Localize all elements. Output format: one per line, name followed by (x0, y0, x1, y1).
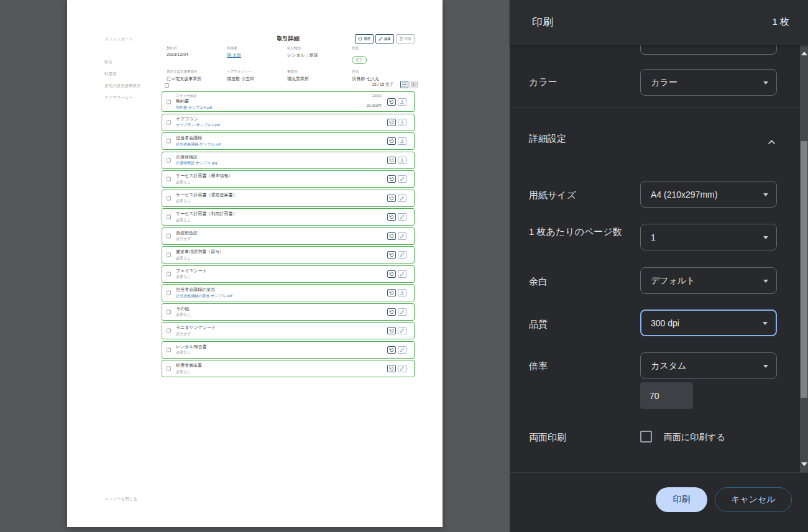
delete-button-label: 削除 (405, 37, 411, 41)
status-badge: 完了 (352, 56, 367, 64)
document-note: 該当せず (176, 237, 414, 241)
document-title: サービス計画書（利用計画書） (176, 211, 414, 216)
document-file-link: 担当者会議録-サンプル.pdf (176, 142, 414, 147)
quality-select[interactable]: 300 dpi (640, 310, 777, 336)
chevron-down-icon (763, 322, 768, 325)
row-main: レンタル報告書必要なし (176, 342, 414, 355)
document-note: 必要なし (176, 218, 414, 222)
sidebar-item: 取引 (104, 59, 141, 65)
history-button-label: 履歴 (364, 37, 370, 41)
sheet-count: 1 枚 (772, 16, 789, 28)
row-actions (387, 327, 406, 334)
preview-toolbar: 履歴 編集 削除 (355, 34, 415, 44)
advanced-settings-label[interactable]: 詳細設定 (529, 133, 566, 145)
transaction-field: 事業所猫丸営業所 (287, 70, 352, 82)
row-actions (387, 346, 406, 354)
row-main: 介護保険証介護保険証-サンプル.jpg (176, 152, 414, 166)
row-actions (387, 213, 406, 221)
document-row: 担当者会議録担当者会議録-サンプル.pdf (162, 132, 415, 150)
row-actions (387, 232, 406, 240)
paper-size-value: A4 (210x297mm) (651, 190, 717, 200)
document-code: C0002 (372, 94, 382, 98)
print-button[interactable]: 印刷 (656, 487, 707, 512)
row-main: 担当者会議録の要点担当者会議録の要点-サンプル.pdf (176, 285, 414, 298)
margins-select[interactable]: デフォルト (640, 267, 777, 294)
history-icon (387, 137, 396, 145)
row-checkbox (167, 158, 171, 162)
pages-per-sheet-select[interactable]: 1 (640, 224, 777, 250)
field-value: 完了 (352, 52, 418, 64)
row-checkbox (167, 139, 171, 144)
document-title: その他 (176, 306, 414, 311)
document-title: 担当者会議録の要点 (176, 287, 414, 292)
row-actions (387, 289, 406, 296)
edit-icon (398, 327, 406, 334)
row-actions (387, 195, 406, 202)
row-checkbox (167, 99, 171, 104)
custom-scale-input[interactable]: 70 (640, 382, 693, 409)
scale-select[interactable]: カスタム (640, 352, 777, 379)
document-row: サービス計画書（利用計画書）必要なし (162, 208, 415, 226)
custom-scale-value: 70 (650, 391, 659, 401)
edit-icon (398, 232, 406, 240)
cancel-button[interactable]: キャンセル (715, 487, 792, 512)
color-select[interactable]: カラー (640, 69, 777, 96)
scroll-down-icon[interactable] (801, 462, 807, 466)
download-icon (398, 119, 406, 126)
edit-icon (398, 346, 406, 354)
document-row: レンタル報告書必要なし (162, 341, 415, 359)
field-label: 取引種別 (287, 46, 352, 50)
row-checkbox (167, 234, 171, 238)
history-icon (387, 213, 396, 221)
print-preview-area: ダッシュボード取引利用者居宅介護支援事業所ケアマネージャ メニューを閉じる 取引… (0, 0, 510, 532)
document-note: 必要なし (176, 256, 414, 260)
preview-sidebar: ダッシュボード取引利用者居宅介護支援事業所ケアマネージャ (104, 36, 141, 100)
row-main: フェイスシート必要なし (176, 266, 414, 280)
color-label: カラー (529, 76, 558, 88)
edit-icon (398, 175, 406, 183)
field-label: 契約日 (167, 46, 227, 50)
history-icon (387, 270, 396, 278)
transaction-field: 担当須貝都 七八九 (352, 70, 418, 82)
settings-scrollbar[interactable] (800, 45, 808, 472)
document-row: 介護保険証介護保険証-サンプル.jpg (162, 152, 415, 169)
edit-icon (379, 37, 383, 41)
color-select-value: カラー (651, 77, 677, 88)
paper-size-select[interactable]: A4 (210x297mm) (640, 181, 777, 208)
document-note: 必要なし (176, 275, 414, 279)
row-main: ケアプランケアプラン-サンプル2.pdf (176, 114, 414, 128)
history-icon (387, 289, 396, 296)
quality-label: 品質 (529, 319, 548, 331)
field-label: 担当 (352, 70, 418, 74)
row-checkbox (167, 196, 171, 200)
download-icon (398, 98, 406, 106)
field-label: 居宅介護支援事業所 (167, 70, 227, 74)
row-actions (387, 157, 406, 164)
clipped-dropdown[interactable] (640, 45, 777, 55)
row-main: 軽度者届出書必要なし (176, 360, 414, 374)
scroll-up-icon[interactable] (801, 52, 807, 55)
duplex-option-label[interactable]: 両面に印刷する (664, 432, 725, 443)
row-checkbox (167, 329, 171, 333)
row-checkbox (167, 120, 171, 124)
history-icon (387, 119, 396, 126)
grid-view-icon (410, 81, 418, 88)
document-note: 必要なし (176, 199, 414, 203)
transaction-field: ケアマネジャー猫屋敷 小五郎 (227, 70, 287, 82)
quality-value: 300 dpi (651, 318, 679, 328)
duplex-checkbox[interactable] (640, 431, 652, 443)
field-value: 2023/12/04 (167, 52, 227, 57)
chevron-up-icon[interactable] (768, 136, 776, 147)
field-label: 事業所 (287, 70, 352, 74)
row-actions (387, 251, 406, 259)
document-note: 必要なし (176, 313, 414, 317)
transaction-field: 居宅介護支援事業所にゃ宅支援事業所 (167, 70, 227, 82)
scrollbar-thumb[interactable] (801, 141, 807, 398)
document-row: サービス計画書（選定提案書）必要なし (162, 190, 415, 207)
field-label: 利用者 (227, 46, 287, 50)
history-icon (387, 98, 396, 106)
document-row: ケアプランケアプラン-サンプル2.pdf (162, 114, 415, 131)
row-main: サービス計画書（基本情報）必要なし (176, 171, 414, 185)
pages-per-sheet-value: 1 (651, 232, 656, 242)
divider (510, 108, 808, 108)
